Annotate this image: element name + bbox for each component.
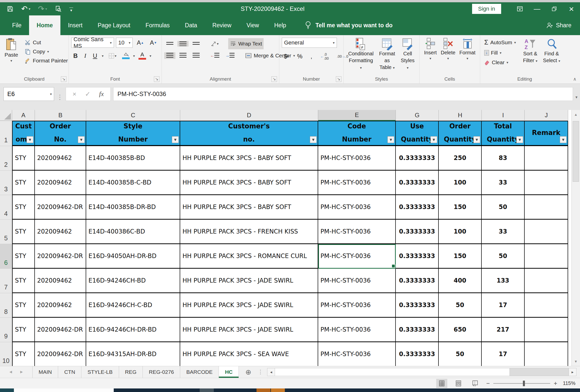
cell-E3[interactable]: PM-HC-STY-0036	[318, 171, 396, 195]
autosum-button[interactable]: ΣAutoSum▾	[483, 38, 518, 47]
tab-splitter-handle[interactable]: ⋮	[258, 369, 264, 375]
cell-D7[interactable]: HH PURPLE PACK 3PCS - JADE SWIRL	[180, 269, 318, 293]
clear-button[interactable]: Clear▾	[483, 59, 518, 66]
cell-B6[interactable]: 202009462-DR	[35, 244, 86, 269]
filter-button-B[interactable]: ▼	[78, 136, 85, 143]
cell-B7[interactable]: 202009462	[35, 269, 86, 293]
cell-A9[interactable]: STY	[12, 318, 35, 342]
tab-help[interactable]: Help	[267, 15, 294, 35]
sort-filter-button[interactable]: AZ Sort & Filter ▾	[521, 38, 540, 64]
cell-J7[interactable]	[525, 269, 568, 293]
row-header-10[interactable]: 10	[0, 342, 12, 366]
cell-B4[interactable]: 202009462-DR	[35, 195, 86, 220]
cell-E4[interactable]: PM-HC-STY-0036	[318, 195, 396, 220]
cancel-entry-icon[interactable]: ×	[73, 90, 76, 98]
cell-B5[interactable]: 202009462	[35, 220, 86, 244]
header-cell-E1[interactable]: CodeNumber▼	[318, 121, 396, 146]
borders-button[interactable]: ▾	[106, 52, 119, 60]
tab-insert[interactable]: Insert	[60, 15, 90, 35]
fill-color-button[interactable]	[121, 52, 131, 60]
cell-H3[interactable]: 100	[439, 171, 482, 195]
cell-A7[interactable]: STY	[12, 269, 35, 293]
row-header-9[interactable]: 9	[0, 318, 12, 342]
cell-B9[interactable]: 202009462-DR	[35, 318, 86, 342]
scroll-up-icon[interactable]: ▲	[572, 110, 580, 119]
align-center-button[interactable]	[177, 52, 189, 59]
font-color-button[interactable]: A	[137, 51, 147, 60]
cell-I5[interactable]: 33	[482, 220, 525, 244]
undo-button[interactable]: ↶▾	[21, 5, 30, 13]
wrap-text-button[interactable]: Wrap Text	[228, 38, 264, 49]
customize-qat-button[interactable]: —▾	[69, 6, 73, 12]
middle-align-button[interactable]	[177, 41, 189, 47]
cell-E8[interactable]: PM-HC-STY-0036	[318, 293, 396, 318]
sheet-tab-ctn[interactable]: CTN	[58, 366, 81, 378]
sign-in-button[interactable]: Sign in	[472, 4, 501, 14]
currency-format-button[interactable]: $▾	[282, 52, 291, 60]
cell-E2[interactable]: PM-HC-STY-0036	[318, 146, 396, 171]
column-header-J[interactable]: J	[525, 110, 568, 121]
increase-decimal-button[interactable]: ←.0.00	[318, 52, 331, 61]
header-cell-B1[interactable]: OrderNo.▼	[35, 121, 86, 146]
column-header-B[interactable]: B	[35, 110, 86, 121]
scroll-down-icon[interactable]: ▼	[572, 357, 580, 366]
vertical-scroll-thumb[interactable]	[573, 121, 579, 182]
vertical-scrollbar[interactable]: ▲ ▼	[571, 110, 580, 366]
filter-button-A[interactable]: ▼	[27, 136, 33, 143]
cell-H8[interactable]: 50	[439, 293, 482, 318]
row-header-7[interactable]: 7	[0, 269, 12, 293]
cell-B10[interactable]: 202009462-DR	[35, 342, 86, 366]
column-header-D[interactable]: D	[180, 110, 318, 121]
close-button[interactable]: ×	[563, 2, 580, 15]
cell-G2[interactable]: 0.3333333	[396, 146, 439, 171]
copy-button[interactable]: Copy ▾	[23, 48, 69, 55]
cell-C10[interactable]: E16D-94315AH-DR-BD	[86, 342, 180, 366]
sheet-tab-main[interactable]: MAIN	[33, 366, 58, 378]
align-right-button[interactable]	[191, 52, 202, 59]
tab-page-layout[interactable]: Page Layout	[90, 15, 138, 35]
insert-cells-button[interactable]: Insert▾	[422, 38, 439, 75]
minimize-button[interactable]: —	[528, 2, 546, 15]
delete-cells-button[interactable]: Delete▾	[439, 38, 457, 75]
cell-J3[interactable]	[525, 171, 568, 195]
cell-G6[interactable]: 0.3333333	[396, 244, 439, 269]
cell-J4[interactable]	[525, 195, 568, 220]
row-header-6[interactable]: 6	[0, 244, 12, 269]
cell-C2[interactable]: E14D-400385B-BD	[86, 146, 180, 171]
tab-file[interactable]: File	[5, 15, 29, 35]
collapse-ribbon-button[interactable]: ∧	[573, 76, 576, 82]
cell-I4[interactable]: 50	[482, 195, 525, 220]
cell-E9[interactable]: PM-HC-STY-0036	[318, 318, 396, 342]
header-cell-C1[interactable]: StyleNumber▼	[86, 121, 180, 146]
insert-function-icon[interactable]: fx	[99, 90, 104, 98]
cell-G9[interactable]: 0.3333333	[396, 318, 439, 342]
filter-button-C[interactable]: ▼	[172, 136, 179, 143]
row-header-5[interactable]: 5	[0, 220, 12, 244]
underline-button[interactable]: U	[91, 52, 99, 60]
column-header-I[interactable]: I	[482, 110, 525, 121]
sheet-tab-style-lb[interactable]: STYLE-LB	[81, 366, 119, 378]
number-dialog-launcher-icon[interactable]: ↘	[336, 76, 341, 82]
filter-button-J[interactable]: ▼	[560, 136, 567, 143]
font-name-combo[interactable]: Comic Sans MS▾	[71, 38, 114, 48]
bold-button[interactable]: B	[71, 52, 80, 60]
header-cell-I1[interactable]: TotalQuantity▼	[482, 121, 525, 146]
cell-I6[interactable]: 50	[482, 244, 525, 269]
bottom-align-button[interactable]	[191, 41, 202, 46]
row-header-1[interactable]: 1	[0, 121, 12, 146]
paste-button[interactable]: Paste ▾	[3, 38, 20, 75]
cell-C3[interactable]: E14D-400385B-C-BD	[86, 171, 180, 195]
format-painter-button[interactable]: Format Painter	[23, 57, 69, 64]
font-dialog-launcher-icon[interactable]: ↘	[154, 76, 159, 82]
name-box-dropdown-icon[interactable]: ▾	[50, 92, 52, 96]
cell-J6[interactable]	[525, 244, 568, 269]
horizontal-scroll-thumb[interactable]	[275, 368, 509, 376]
cell-B8[interactable]: 202009462	[35, 293, 86, 318]
cell-I8[interactable]: 17	[482, 293, 525, 318]
column-header-E[interactable]: E	[318, 110, 396, 121]
formula-input[interactable]: PM-HC-STY-0036	[113, 87, 573, 101]
column-header-A[interactable]: A	[12, 110, 35, 121]
tab-data[interactable]: Data	[177, 15, 205, 35]
new-sheet-button[interactable]: ⊕	[239, 366, 258, 378]
row-header-4[interactable]: 4	[0, 195, 12, 220]
